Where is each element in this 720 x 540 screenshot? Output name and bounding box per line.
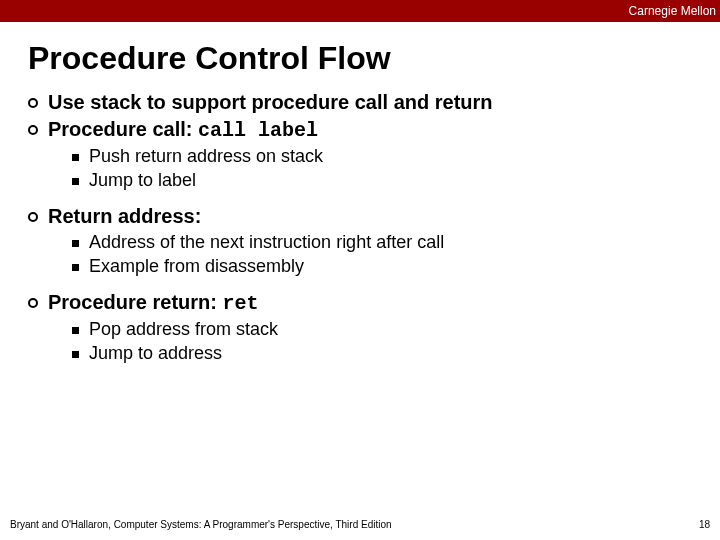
bullet-item: Use stack to support procedure call and … bbox=[28, 91, 720, 114]
code-text: ret bbox=[222, 292, 258, 315]
square-bullet-icon bbox=[72, 154, 79, 161]
bullet-item: Procedure return: ret bbox=[28, 291, 720, 315]
sub-bullet-text: Address of the next instruction right af… bbox=[89, 232, 444, 253]
sub-bullet-item: Example from disassembly bbox=[72, 256, 720, 277]
square-bullet-icon bbox=[72, 178, 79, 185]
slide-content: Use stack to support procedure call and … bbox=[28, 91, 720, 364]
bullet-item: Procedure call: call label bbox=[28, 118, 720, 142]
header-bar: Carnegie Mellon bbox=[0, 0, 720, 22]
square-bullet-icon bbox=[72, 351, 79, 358]
sub-bullet-group: Address of the next instruction right af… bbox=[72, 232, 720, 277]
bullet-text: Return address: bbox=[48, 205, 201, 228]
sub-bullet-item: Jump to address bbox=[72, 343, 720, 364]
sub-bullet-text: Pop address from stack bbox=[89, 319, 278, 340]
sub-bullet-item: Pop address from stack bbox=[72, 319, 720, 340]
sub-bullet-item: Jump to label bbox=[72, 170, 720, 191]
bullet-text: Procedure return: ret bbox=[48, 291, 259, 315]
square-bullet-icon bbox=[72, 327, 79, 334]
sub-bullet-group: Pop address from stack Jump to address bbox=[72, 319, 720, 364]
bullet-text: Use stack to support procedure call and … bbox=[48, 91, 493, 114]
sub-bullet-item: Push return address on stack bbox=[72, 146, 720, 167]
slide-title: Procedure Control Flow bbox=[28, 40, 720, 77]
sub-bullet-item: Address of the next instruction right af… bbox=[72, 232, 720, 253]
code-text: call label bbox=[198, 119, 318, 142]
sub-bullet-group: Push return address on stack Jump to lab… bbox=[72, 146, 720, 191]
sub-bullet-text: Jump to label bbox=[89, 170, 196, 191]
bullet-text-prefix: Procedure return: bbox=[48, 291, 222, 313]
sub-bullet-text: Jump to address bbox=[89, 343, 222, 364]
footer: Bryant and O'Hallaron, Computer Systems:… bbox=[10, 519, 710, 530]
square-bullet-icon bbox=[72, 240, 79, 247]
bullet-item: Return address: bbox=[28, 205, 720, 228]
sub-bullet-text: Example from disassembly bbox=[89, 256, 304, 277]
circle-bullet-icon bbox=[28, 125, 38, 135]
bullet-text-prefix: Procedure call: bbox=[48, 118, 198, 140]
circle-bullet-icon bbox=[28, 98, 38, 108]
bullet-text: Procedure call: call label bbox=[48, 118, 318, 142]
sub-bullet-text: Push return address on stack bbox=[89, 146, 323, 167]
square-bullet-icon bbox=[72, 264, 79, 271]
footer-attribution: Bryant and O'Hallaron, Computer Systems:… bbox=[10, 519, 392, 530]
page-number: 18 bbox=[699, 519, 710, 530]
institution-label: Carnegie Mellon bbox=[629, 4, 716, 18]
circle-bullet-icon bbox=[28, 298, 38, 308]
circle-bullet-icon bbox=[28, 212, 38, 222]
